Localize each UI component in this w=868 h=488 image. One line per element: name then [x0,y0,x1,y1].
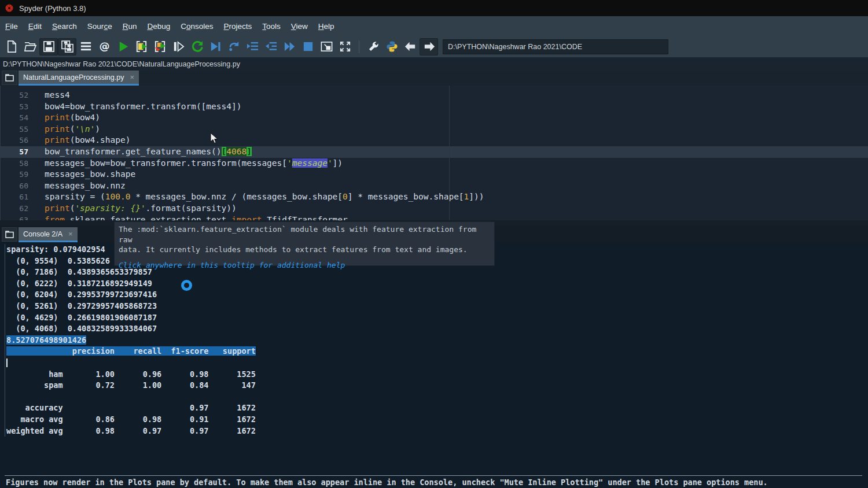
line-number: 56 [1,135,28,146]
close-console-icon[interactable]: × [68,230,73,238]
editor-line-60[interactable]: 60messages_bow.nnz [1,180,868,192]
editor-line-58[interactable]: 58messages_bow=bow_transformer.transform… [1,158,868,169]
menu-projects[interactable]: Projects [219,22,258,31]
line-number: 61 [1,191,28,203]
line-number: 55 [1,124,28,135]
stop-debug-button[interactable] [299,38,317,56]
title-bar: Spyder (Python 3.8) [0,0,868,16]
menu-view[interactable]: View [286,22,313,31]
editor-line-56[interactable]: 56print(bow4.shape) [1,135,868,146]
save-all-icon [61,40,74,53]
rerun-cell-button[interactable] [187,38,206,56]
line-number: 62 [1,203,28,215]
breadcrumb: D:\PYTHON\Nageshwar Rao 2021\CODE\Natura… [0,58,868,71]
menu-help[interactable]: Help [313,22,340,31]
new-file-button[interactable] [2,38,21,56]
menu-source[interactable]: Source [82,22,117,31]
console-line: (0, 5261) 0.29729957405868723 [6,301,256,312]
main-toolbar: @ [0,36,868,58]
step-over-icon [227,40,241,53]
ipython-console[interactable]: sparsity: 0.079402954 (0, 9554) 0.538562… [0,242,868,488]
code-text: print(bow4) [28,112,100,124]
tab-naturallanguageprocessing[interactable]: NaturalLanguageProcessing.py × [19,71,139,86]
menu-edit[interactable]: Edit [23,22,47,31]
maximize-pane-icon [320,40,333,53]
editor-line-52[interactable]: 52mess4 [1,90,868,101]
code-text: from sklearn.feature_extraction.text imp… [28,215,348,220]
menu-bar: FileEditSearchSourceRunDebugConsolesProj… [0,16,868,36]
code-editor[interactable]: 52mess453bow4=bow_transformer.transform(… [0,86,868,220]
open-file-button[interactable] [21,38,39,56]
find-symbols-button[interactable]: @ [95,38,113,56]
line-number: 57 [1,146,28,158]
editor-tab-label: NaturalLanguageProcessing.py [23,73,124,82]
console-line: precision recall f1-score support [6,346,256,357]
code-text: bow4=bow_transformer.transform([mess4]) [28,101,241,113]
run-cell-advance-button[interactable] [150,38,169,56]
help-tooltip[interactable]: The :mod:`sklearn.feature_extraction` mo… [114,221,495,266]
working-directory-input[interactable] [443,39,668,54]
editor-line-53[interactable]: 53bow4=bow_transformer.transform([mess4]… [1,101,868,113]
browse-consoles-icon [5,231,14,238]
toolbar-separator [359,40,359,53]
line-number: 53 [1,101,28,113]
fullscreen-button[interactable] [336,38,354,56]
step-return-icon [264,40,278,53]
console-line: (0, 6222) 0.3187216892949149 [6,278,256,290]
maximize-pane-button[interactable] [317,38,336,56]
python-path-manager-button[interactable] [382,38,401,56]
tooltip-line1: The :mod:`sklearn.feature_extraction` mo… [119,224,490,245]
browse-tabs-icon [5,74,14,82]
menu-consoles[interactable]: Consoles [175,22,218,31]
editor-line-55[interactable]: 55print('\n') [1,124,868,135]
line-number: 58 [1,158,28,169]
file-switcher-icon [79,40,93,53]
console-tab-label: Console 2/A [23,230,62,238]
console-line: spam 0.72 1.00 0.84 147 [6,380,256,391]
close-tab-icon[interactable]: × [130,73,134,82]
step-return-button[interactable] [262,38,280,56]
editor-line-62[interactable]: 62print('sparsity: {}'.format(sparsity)) [1,203,868,215]
browse-consoles-button[interactable] [2,227,17,242]
code-text: messages_bow=bow_transformer.transform(m… [28,158,343,169]
step-into-button[interactable] [243,38,262,56]
back-button[interactable] [401,38,420,56]
run-cell-advance-icon [153,40,167,53]
continue-icon [283,40,296,53]
browse-tabs-button[interactable] [2,71,17,85]
console-line: 8.527076498901426 [6,335,256,346]
save-button[interactable] [39,38,58,56]
editor-line-63[interactable]: 63from sklearn.feature_extraction.text i… [1,215,868,220]
editor-line-57[interactable]: 57bow_transformer.get_feature_names()[40… [1,146,868,158]
run-file-button[interactable] [113,38,132,56]
editor-line-61[interactable]: 61sparsity = (100.0 * messages_bow.nnz /… [1,191,868,203]
menu-file[interactable]: File [0,22,23,31]
console-line: macro avg 0.86 0.98 0.91 1672 [6,414,256,426]
editor-line-59[interactable]: 59messages_bow.shape [1,169,868,180]
python-path-manager-icon [385,40,399,53]
continue-button[interactable] [280,38,299,56]
step-over-button[interactable] [225,38,243,56]
menu-tools[interactable]: Tools [257,22,286,31]
run-selection-button[interactable] [169,38,187,56]
editor-tab-bar: NaturalLanguageProcessing.py × [0,71,868,86]
menu-search[interactable]: Search [47,22,82,31]
spyder-window: Spyder (Python 3.8) FileEditSearchSource… [0,0,868,488]
console-line: ham 1.00 0.96 0.98 1525 [6,369,256,380]
step-into-icon [246,40,259,53]
save-all-button[interactable] [58,38,76,56]
run-cell-icon [135,40,148,53]
tab-console-2a[interactable]: Console 2/A × [19,227,78,242]
file-switcher-button[interactable] [76,38,95,56]
code-text: print(bow4.shape) [28,135,130,146]
open-file-icon [24,40,37,53]
new-file-icon [5,40,19,53]
menu-run[interactable]: Run [117,22,142,31]
code-text: mess4 [28,90,70,101]
editor-line-54[interactable]: 54print(bow4) [1,112,868,124]
run-cell-button[interactable] [132,38,150,56]
debug-file-button[interactable] [206,38,225,56]
forward-button[interactable] [420,38,438,56]
preferences-button[interactable] [364,38,382,56]
menu-debug[interactable]: Debug [142,22,175,31]
